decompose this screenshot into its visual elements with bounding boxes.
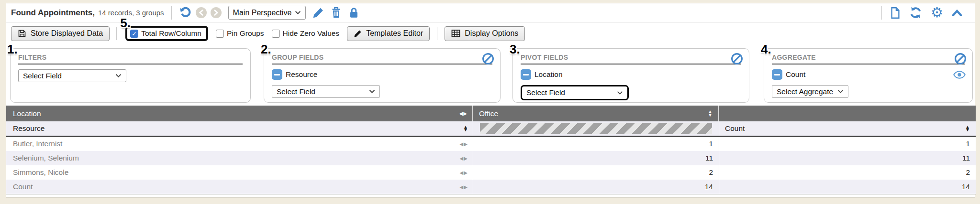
refresh-icon[interactable]: [909, 6, 922, 19]
page-title: Found Appointments,: [11, 8, 95, 18]
column-header-office[interactable]: Office ▲▼: [473, 106, 719, 121]
store-displayed-data-button[interactable]: Store Displayed Data: [11, 26, 110, 41]
gear-icon[interactable]: ⚙: [931, 6, 943, 20]
pivot-fields-panel-title: PIVOT FIELDS: [521, 54, 741, 64]
checkbox-unchecked-icon[interactable]: [216, 30, 224, 38]
field-chip: Resource: [272, 69, 492, 80]
row-label: Selenium, Selenium: [13, 154, 79, 162]
undo-icon[interactable]: [179, 6, 192, 19]
row-label: Count: [13, 183, 33, 191]
move-icon[interactable]: ◀▶: [460, 170, 468, 175]
aggregate-panel: 4. AGGREGATE Count Select Aggregate: [764, 48, 973, 103]
pivot-fields-panel: 3. PIVOT FIELDS Location Select Field: [512, 48, 749, 103]
divider: [881, 6, 882, 20]
field-chip: Count: [772, 69, 965, 80]
sub-header-row: Resource ▲▼ Count ▲▼: [6, 121, 976, 137]
clear-icon[interactable]: [482, 53, 494, 65]
new-document-icon[interactable]: [890, 7, 901, 19]
pivot-table: Location ◀▶ Office ▲▼ Resource ▲▼ Count …: [6, 106, 976, 194]
collapse-icon[interactable]: [952, 9, 962, 17]
app-window: Found Appointments, 14 records, 3 groups…: [6, 3, 975, 198]
edit-pencil-icon[interactable]: [312, 7, 324, 19]
hatch-pattern: [480, 123, 712, 134]
divider: [437, 27, 437, 40]
filters-panel: 1. FILTERS Select Field: [10, 48, 251, 103]
group-fields-panel: 2. GROUP FIELDS Resource Select Field: [264, 48, 501, 103]
save-icon: [18, 29, 26, 38]
row-label: Simmons, Nicole: [13, 168, 68, 177]
eye-icon[interactable]: [953, 71, 966, 79]
group-fields-select-field[interactable]: Select Field: [272, 85, 380, 98]
field-chip-label: Location: [535, 70, 563, 79]
pivot-header-row: Location ◀▶ Office ▲▼: [6, 106, 976, 121]
column-header-location[interactable]: Location ◀▶: [6, 106, 473, 121]
count-value: 2: [719, 165, 976, 180]
pivot-fields-select-field[interactable]: Select Field: [521, 85, 629, 100]
table-row: Simmons, Nicole◀▶ 2 2: [6, 165, 976, 180]
divider: [171, 6, 172, 20]
count-value: 14: [719, 180, 976, 194]
field-chip-label: Count: [786, 70, 805, 79]
annotation-1: 1.: [7, 43, 18, 55]
sort-icon[interactable]: ▲▼: [708, 110, 713, 116]
field-chip-label: Resource: [286, 70, 317, 79]
aggregate-panel-title: AGGREGATE: [772, 54, 965, 64]
annotation-5: 5.: [120, 17, 131, 29]
row-label: Butler, Internist: [13, 140, 62, 148]
sort-icon[interactable]: ▲▼: [463, 126, 468, 131]
perspective-select[interactable]: Main Perspective: [228, 6, 306, 20]
prev-icon[interactable]: [196, 7, 207, 18]
move-icon[interactable]: ◀▶: [460, 141, 468, 147]
filters-panel-title: FILTERS: [18, 54, 243, 64]
templates-editor-button[interactable]: Templates Editor: [347, 26, 430, 41]
move-icon[interactable]: ◀▶: [460, 184, 468, 190]
next-icon[interactable]: [211, 7, 222, 18]
trash-icon[interactable]: [331, 7, 342, 19]
office-value: 1: [473, 137, 719, 151]
sort-icon[interactable]: ▲▼: [965, 126, 970, 131]
annotation-4: 4.: [761, 43, 771, 55]
table-row: Butler, Internist◀▶ 1 1: [6, 137, 976, 151]
lock-icon[interactable]: [348, 7, 359, 19]
row-header-resource[interactable]: Resource ▲▼: [6, 121, 473, 136]
checkbox-unchecked-icon[interactable]: [272, 30, 280, 38]
annotation-2: 2.: [261, 43, 271, 55]
office-value: 2: [473, 165, 719, 180]
remove-field-icon[interactable]: [772, 69, 782, 80]
field-panels: 1. FILTERS Select Field 2. GROUP FIELDS …: [6, 46, 975, 106]
office-value: 14: [473, 180, 719, 194]
column-header-empty: [719, 106, 976, 121]
remove-field-icon[interactable]: [272, 69, 282, 80]
move-icon[interactable]: ◀▶: [459, 111, 468, 116]
count-value: 11: [719, 151, 976, 165]
field-chip: Location: [521, 69, 741, 80]
filters-select-field[interactable]: Select Field: [18, 69, 126, 82]
column-header-count[interactable]: Count ▲▼: [719, 121, 976, 136]
count-value: 1: [719, 137, 976, 151]
hatched-cell: [473, 121, 719, 136]
grid-icon: [451, 30, 460, 37]
office-value: 11: [473, 151, 719, 165]
title-bar: Found Appointments, 14 records, 3 groups…: [6, 3, 975, 22]
table-row-total: Count◀▶ 14 14: [6, 180, 976, 194]
clear-icon[interactable]: [731, 53, 743, 65]
group-fields-panel-title: GROUP FIELDS: [272, 54, 492, 64]
table-row: Selenium, Selenium◀▶ 11 11: [6, 151, 976, 165]
checkbox-checked-icon[interactable]: ✓: [130, 30, 138, 38]
annotation-3: 3.: [510, 43, 520, 55]
hide-zero-values-checkbox[interactable]: Hide Zero Values: [272, 29, 340, 38]
total-row-column-highlight: 5. ✓ Total Row/Column: [125, 26, 208, 41]
pin-groups-checkbox[interactable]: Pin Groups: [216, 29, 264, 38]
record-count: 14 records, 3 groups: [98, 9, 164, 17]
remove-field-icon[interactable]: [521, 69, 531, 80]
perspective-value: Main Perspective: [233, 9, 292, 17]
aggregate-select[interactable]: Select Aggregate: [772, 85, 848, 98]
move-icon[interactable]: ◀▶: [460, 156, 468, 161]
total-row-column-checkbox[interactable]: ✓ Total Row/Column: [130, 29, 201, 38]
pencil-icon: [354, 30, 362, 38]
clear-icon[interactable]: [954, 53, 967, 65]
toolbar: Store Displayed Data 5. ✓ Total Row/Colu…: [6, 22, 975, 44]
divider: [116, 27, 117, 40]
display-options-button[interactable]: Display Options: [445, 26, 525, 41]
